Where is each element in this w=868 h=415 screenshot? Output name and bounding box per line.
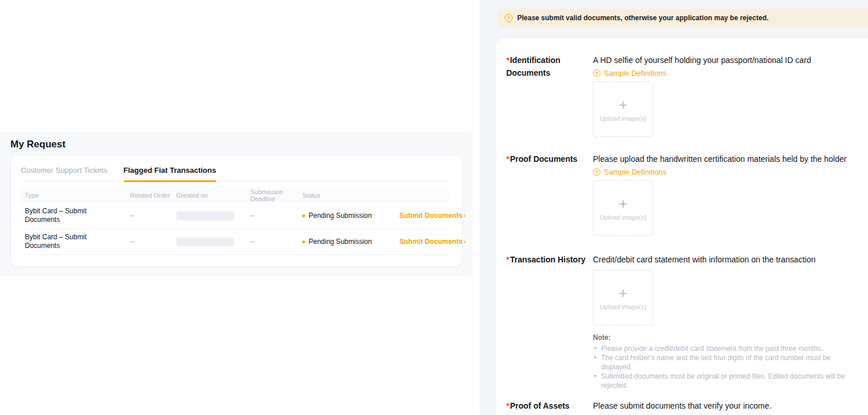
page-title: My Request (10, 139, 65, 150)
column-header-type: Type (25, 192, 130, 199)
upload-image-label: Upload image(s) (600, 214, 647, 221)
tab-label: Customer Support Tickets (21, 166, 107, 175)
submit-documents-link[interactable]: Submit Documents› (399, 238, 466, 246)
section-label-text: Transaction History (510, 255, 585, 264)
column-header-status: Status (302, 192, 399, 199)
table-row: Bybit Card – Submit Documents -- -- Pend… (21, 203, 449, 229)
section-label-text: Proof of Assets (510, 401, 569, 410)
column-header-related-order: Related Order (130, 192, 176, 199)
note-title: Note: (593, 332, 856, 343)
sample-definitions-link[interactable]: Sample Definitions (593, 69, 666, 77)
status-label: Pending Submission (309, 238, 372, 246)
chevron-right-icon: › (463, 238, 466, 246)
created-on-redacted-value (176, 238, 234, 246)
section-label: *Identification Documents (506, 54, 593, 137)
section-transaction-history: *Transaction History Credit/debit card s… (506, 253, 856, 390)
tab-customer-support-tickets[interactable]: Customer Support Tickets (21, 166, 107, 181)
status-badge: Pending Submission (302, 212, 399, 220)
required-marker: * (506, 401, 509, 410)
submission-deadline-value: -- (250, 238, 302, 246)
document-form-card: *Identification Documents A HD selfie of… (496, 38, 868, 415)
status-label: Pending Submission (309, 212, 372, 220)
status-dot-icon (302, 214, 305, 217)
chevron-right-icon: › (463, 212, 466, 220)
note-item: Submitted documents must be original or … (593, 372, 856, 390)
section-label: *Proof of Assets (506, 399, 593, 412)
submit-documents-link[interactable]: Submit Documents› (399, 212, 466, 220)
table-row: Bybit Card – Submit Documents -- -- Pend… (21, 229, 449, 255)
created-on-redacted-value (176, 212, 234, 220)
note-list: Please provide a credit/debit card state… (593, 344, 856, 390)
page: My Request Customer Support Tickets Flag… (0, 0, 868, 415)
section-description: A HD selfie of yourself holding your pas… (593, 54, 850, 66)
sample-definitions-link[interactable]: Sample Definitions (593, 168, 666, 176)
question-circle-icon (593, 168, 600, 176)
column-header-submission-deadline: Submission Deadline (250, 188, 302, 202)
required-marker: * (506, 154, 509, 164)
active-tab-underline (124, 180, 216, 182)
submission-deadline-value: -- (250, 212, 302, 220)
submit-documents-label: Submit Documents (399, 212, 462, 220)
section-description: Please submit documents that verify your… (593, 399, 850, 412)
note-item: Please provide a credit/debit card state… (593, 344, 856, 353)
column-header-created-on: Created on (176, 192, 250, 199)
sample-definitions-label: Sample Definitions (604, 168, 666, 176)
section-label-text: Proof Documents (510, 154, 577, 164)
upload-image-dropzone[interactable]: + Upload image(s) (593, 81, 653, 137)
status-dot-icon (302, 240, 305, 243)
plus-icon: + (618, 196, 627, 211)
note-item: The card holder’s name and the last four… (593, 353, 856, 372)
section-description: Please upload the handwritten certificat… (593, 153, 850, 165)
submit-documents-label: Submit Documents (399, 238, 462, 246)
section-label: *Transaction History (506, 253, 593, 390)
question-circle-icon (593, 69, 600, 77)
section-description: Credit/debit card statement with informa… (593, 253, 850, 266)
tab-flagged-fiat-transactions[interactable]: Flagged Fiat Transactions (124, 166, 216, 181)
request-tabs: Customer Support Tickets Flagged Fiat Tr… (21, 166, 449, 181)
document-submission-panel: Please submit valid documents, otherwise… (480, 0, 868, 415)
section-proof-of-assets: *Proof of Assets Please submit documents… (506, 399, 856, 412)
warning-banner-text: Please submit valid documents, otherwise… (517, 14, 769, 22)
warning-circle-icon (505, 14, 513, 22)
upload-image-label: Upload image(s) (600, 115, 647, 122)
plus-icon: + (618, 286, 627, 301)
tab-label: Flagged Fiat Transactions (124, 166, 216, 175)
upload-image-dropzone[interactable]: + Upload image(s) (593, 270, 653, 325)
required-marker: * (506, 55, 509, 65)
request-type: Bybit Card – Submit Documents (25, 207, 103, 224)
section-identification-documents: *Identification Documents A HD selfie of… (506, 54, 856, 137)
plus-icon: + (618, 97, 627, 112)
request-card: Customer Support Tickets Flagged Fiat Tr… (10, 155, 462, 267)
related-order-value: -- (130, 238, 176, 246)
related-order-value: -- (130, 212, 176, 220)
status-badge: Pending Submission (302, 238, 399, 246)
upload-image-label: Upload image(s) (600, 303, 647, 310)
request-type: Bybit Card – Submit Documents (25, 233, 103, 250)
section-label-text: Identification Documents (506, 55, 561, 77)
sample-definitions-label: Sample Definitions (604, 69, 666, 77)
upload-image-dropzone[interactable]: + Upload image(s) (593, 180, 653, 236)
section-proof-documents: *Proof Documents Please upload the handw… (506, 153, 856, 236)
my-request-section: My Request Customer Support Tickets Flag… (0, 132, 473, 276)
section-label: *Proof Documents (506, 153, 593, 236)
table-header-row: Type Related Order Created on Submission… (21, 188, 449, 203)
required-marker: * (506, 255, 509, 264)
note-block: Note: Please provide a credit/debit card… (593, 332, 856, 390)
warning-banner: Please submit valid documents, otherwise… (498, 9, 868, 27)
